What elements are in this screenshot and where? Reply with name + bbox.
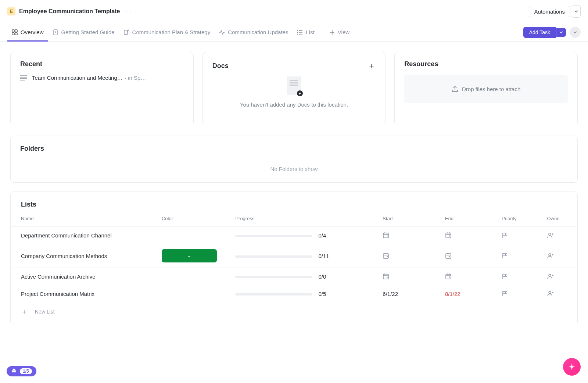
list-name: Department Communication Channel [11,227,158,244]
svg-point-47 [549,254,551,256]
calendar-add-icon[interactable] [445,232,494,239]
plus-icon: ＋ [21,307,28,316]
lists-card: Lists Name Color Progress Start End Prio… [10,192,578,325]
tab-overview-label: Overview [21,29,44,35]
list-icon [297,29,303,35]
doc-empty-icon: ♥ [287,76,301,95]
expand-views-button[interactable] [570,27,581,38]
add-task-caret[interactable] [556,28,566,37]
table-row[interactable]: Department Communication Channel0/4 [11,227,577,244]
automations-caret[interactable] [572,5,581,18]
recent-card: Recent Team Communication and Meeting… ·… [10,52,194,125]
dropzone-text: Drop files here to attach [462,86,520,92]
tab-overview[interactable]: Overview [7,23,48,41]
docs-card: Docs ＋ ♥ You haven't added any Docs to t… [202,52,386,125]
list-start [379,227,441,244]
svg-rect-3 [15,33,17,35]
recent-item-title: Team Communication and Meeting… [32,75,123,81]
col-owner: Owne [543,213,577,227]
add-task-button-group: Add Task [523,27,566,38]
svg-rect-50 [383,274,388,279]
table-row[interactable]: Active Communication Archive0/0 [11,268,577,285]
activity-icon [219,29,225,35]
tab-plan-strategy[interactable]: Communication Plan & Strategy [119,23,215,41]
recent-title: Recent [20,60,184,68]
svg-point-65 [549,291,551,294]
pinned-doc-edit-icon [123,29,129,35]
list-start [379,268,441,285]
tab-getting-started-label: Getting Started Guide [61,29,115,35]
col-name: Name [11,213,158,227]
add-owner-icon[interactable] [543,227,577,244]
more-menu-icon[interactable]: ··· [125,8,132,14]
list-start: 6/1/22 [379,285,441,303]
svg-rect-26 [446,233,451,238]
list-color [158,268,232,285]
color-pill[interactable]: - [162,249,217,262]
summary-row: Recent Team Communication and Meeting… ·… [0,42,588,136]
tab-list[interactable]: List [293,23,319,41]
page-title[interactable]: Employee Communication Template [19,8,120,15]
calendar-add-icon[interactable] [383,253,438,259]
docs-empty-message: You haven't added any Docs to this locat… [240,101,348,108]
list-end: 8/1/22 [441,285,498,303]
add-owner-icon[interactable] [543,268,577,285]
table-row[interactable]: Project Communication Matrix0/56/1/228/1… [11,285,577,303]
list-end [441,227,498,244]
automations-label: Automations [534,8,565,15]
table-row[interactable]: Company Communication Methods-0/11 [11,244,577,268]
list-progress: 0/11 [232,244,379,268]
svg-point-32 [549,233,551,235]
list-color [158,227,232,244]
recent-item[interactable]: Team Communication and Meeting… · in Sp… [20,75,184,81]
dashboard-icon [12,29,18,35]
svg-rect-41 [446,254,451,258]
list-color: - [158,244,232,268]
page-header: E Employee Communication Template ··· Au… [0,0,588,23]
priority-flag-icon[interactable] [498,227,543,244]
calendar-add-icon[interactable] [445,253,494,259]
view-tabs: Overview Getting Started Guide Communica… [0,23,588,42]
tab-view-label: View [338,29,349,35]
list-name: Active Communication Archive [11,268,158,285]
add-doc-button[interactable]: ＋ [368,60,376,71]
priority-flag-icon[interactable] [498,285,543,303]
col-color: Color [158,213,232,227]
list-end [441,268,498,285]
docs-empty-state: ♥ You haven't added any Docs to this loc… [212,76,376,108]
lists-title: Lists [11,201,577,213]
add-owner-icon[interactable] [543,285,577,303]
svg-rect-35 [383,254,388,258]
tab-add-view[interactable]: View [325,23,354,41]
list-start [379,244,441,268]
new-list-button[interactable]: ＋ New List [11,302,577,321]
add-owner-icon[interactable] [543,244,577,268]
new-list-label: New List [35,309,55,315]
list-color [158,285,232,303]
tab-plan-strategy-label: Communication Plan & Strategy [132,29,211,35]
automations-button[interactable]: Automations [529,6,570,17]
resources-title: Resources [404,60,568,68]
chevron-down-icon [559,31,563,34]
lists-table: Name Color Progress Start End Priority O… [11,213,577,302]
docs-title: Docs [212,62,229,70]
col-start: Start [379,213,441,227]
svg-point-10 [297,33,298,35]
tab-updates-label: Communication Updates [228,29,288,35]
chevron-down-icon [574,10,578,13]
calendar-add-icon[interactable] [383,232,438,239]
svg-point-9 [297,32,298,33]
priority-flag-icon[interactable] [498,244,543,268]
svg-rect-20 [383,233,388,238]
svg-rect-7 [124,30,128,35]
priority-flag-icon[interactable] [498,268,543,285]
pinned-doc-icon [53,29,58,35]
calendar-add-icon[interactable] [383,273,438,280]
resources-dropzone[interactable]: Drop files here to attach [404,75,568,103]
tab-getting-started[interactable]: Getting Started Guide [48,23,119,41]
folders-empty-text: No Folders to show [20,166,568,172]
tab-updates[interactable]: Communication Updates [215,23,293,41]
col-priority: Priority [498,213,543,227]
calendar-add-icon[interactable] [445,273,494,280]
add-task-button[interactable]: Add Task [523,27,556,38]
